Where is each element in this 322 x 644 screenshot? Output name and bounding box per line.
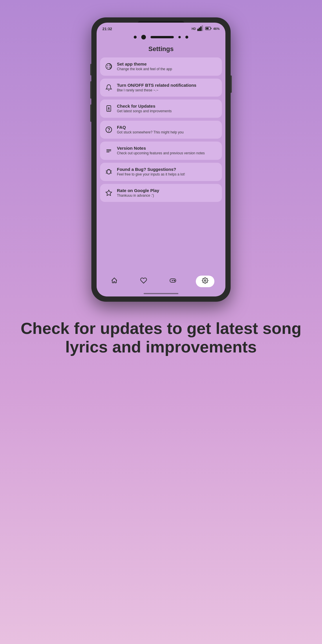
- settings-list: Set app theme Change the look and feel o…: [97, 57, 225, 272]
- battery-icon: [205, 25, 212, 32]
- question-icon: [105, 126, 113, 134]
- notifications-text: Turn ON/OFF BTS related notifications Bt…: [117, 83, 196, 93]
- svg-marker-26: [106, 190, 112, 196]
- rate-text: Rate on Google Play Thankuuu in advance …: [117, 188, 159, 198]
- faq-title: FAQ: [117, 125, 184, 130]
- phone-update-icon: [105, 104, 113, 113]
- promo-text: Check for updates to get latest song lyr…: [0, 319, 322, 357]
- home-indicator: [97, 291, 225, 296]
- speaker-bar: [151, 36, 174, 38]
- svg-line-25: [111, 173, 112, 173]
- settings-item-faq[interactable]: FAQ Got stuck somewhere? This might help…: [100, 121, 222, 139]
- camera-dot-left: [134, 36, 137, 39]
- nav-settings[interactable]: [196, 276, 214, 287]
- app-content: Settings Set: [97, 42, 225, 272]
- svg-point-9: [109, 65, 110, 66]
- home-bar: [144, 293, 178, 294]
- volume-down-button: [90, 81, 91, 99]
- page-title: Settings: [97, 42, 225, 57]
- version-notes-subtitle: Check out upcoming features and previous…: [117, 151, 205, 156]
- bug-subtitle: Feel free to give your inputs as it help…: [117, 172, 185, 177]
- bug-text: Found a Bug? Suggestions? Feel free to g…: [117, 167, 185, 177]
- updates-text: Check for Updates Get latest songs and i…: [117, 104, 172, 114]
- palette-icon: [105, 62, 113, 70]
- updates-title: Check for Updates: [117, 104, 172, 108]
- svg-line-24: [106, 173, 107, 173]
- theme-title: Set app theme: [117, 61, 172, 66]
- notes-icon: [105, 147, 113, 155]
- svg-rect-2: [200, 27, 201, 31]
- svg-point-11: [109, 67, 110, 68]
- front-sensor: [178, 36, 181, 38]
- nav-favorites[interactable]: [137, 275, 150, 288]
- gear-icon: [202, 277, 208, 285]
- bottom-nav: [97, 272, 225, 291]
- heart-icon: [140, 277, 147, 286]
- updates-subtitle: Get latest songs and improvements: [117, 109, 172, 114]
- rate-title: Rate on Google Play: [117, 188, 159, 193]
- gamepad-icon: [169, 277, 176, 286]
- svg-point-8: [107, 65, 108, 66]
- rate-subtitle: Thankuuu in advance :'): [117, 193, 159, 198]
- notifications-subtitle: Btw I rarely send these ~.~: [117, 88, 196, 93]
- svg-point-32: [204, 280, 206, 281]
- signal-icon: [197, 25, 204, 32]
- bug-title: Found a Bug? Suggestions?: [117, 167, 185, 172]
- svg-point-7: [106, 64, 112, 69]
- nav-home[interactable]: [108, 275, 121, 288]
- svg-rect-6: [211, 28, 211, 29]
- svg-point-10: [107, 67, 108, 68]
- settings-item-theme[interactable]: Set app theme Change the look and feel o…: [100, 57, 222, 76]
- camera-lens: [141, 35, 146, 39]
- svg-rect-0: [198, 29, 198, 31]
- theme-text: Set app theme Change the look and feel o…: [117, 61, 172, 72]
- svg-point-31: [174, 281, 175, 281]
- status-icons: HD 46%: [192, 25, 220, 32]
- theme-subtitle: Change the look and feel of the app: [117, 67, 172, 72]
- home-icon: [111, 277, 118, 286]
- camera-notch: [97, 34, 225, 42]
- svg-rect-1: [199, 28, 200, 31]
- hd-icon: HD: [192, 27, 196, 30]
- settings-item-updates[interactable]: Check for Updates Get latest songs and i…: [100, 100, 222, 118]
- bug-icon: [105, 168, 113, 176]
- settings-item-bug[interactable]: Found a Bug? Suggestions? Feel free to g…: [100, 163, 222, 181]
- version-notes-title: Version Notes: [117, 146, 205, 151]
- settings-item-version-notes[interactable]: Version Notes Check out upcoming feature…: [100, 142, 222, 160]
- phone-mockup: 21:32 HD: [91, 17, 231, 302]
- status-bar: 21:32 HD: [97, 23, 225, 34]
- bell-icon: [105, 84, 113, 92]
- faq-subtitle: Got stuck somewhere? This might help you: [117, 130, 184, 135]
- settings-item-notifications[interactable]: Turn ON/OFF BTS related notifications Bt…: [100, 79, 222, 97]
- battery-percent: 46%: [213, 27, 220, 30]
- svg-rect-3: [202, 26, 203, 31]
- power-button: [90, 104, 91, 122]
- star-icon: [105, 189, 113, 197]
- nav-games[interactable]: [167, 275, 179, 288]
- status-time: 21:32: [102, 27, 112, 31]
- notifications-title: Turn ON/OFF BTS related notifications: [117, 83, 196, 88]
- version-notes-text: Version Notes Check out upcoming feature…: [117, 146, 205, 156]
- volume-up-button: [90, 64, 91, 75]
- camera-dot-right: [185, 36, 188, 39]
- svg-rect-5: [206, 28, 209, 29]
- settings-item-rate[interactable]: Rate on Google Play Thankuuu in advance …: [100, 184, 222, 202]
- faq-text: FAQ Got stuck somewhere? This might help…: [117, 125, 184, 135]
- phone-screen: 21:32 HD: [97, 23, 225, 296]
